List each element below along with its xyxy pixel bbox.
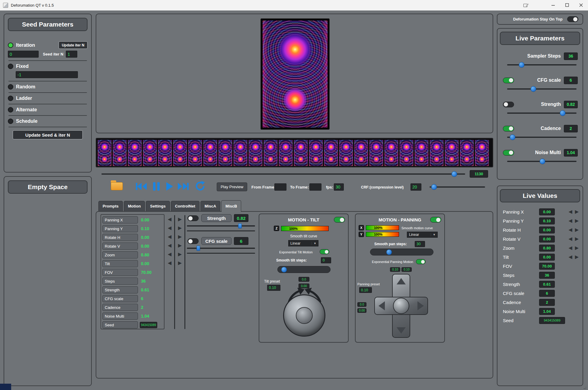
filmstrip-thumbnail[interactable]: [460, 140, 474, 166]
live-param-slider-noise-multi[interactable]: [507, 158, 577, 164]
pause-button[interactable]: [152, 182, 160, 191]
update-seed-and-iter-button[interactable]: Update Seed & iter N: [13, 130, 83, 139]
iteration-value-input[interactable]: [8, 51, 39, 58]
fps-input[interactable]: [334, 183, 344, 191]
timeline-handle[interactable]: [451, 171, 457, 177]
from-frame-input[interactable]: [274, 183, 286, 191]
live-value-decrement-panning-x[interactable]: ◀: [568, 209, 572, 214]
random-radio[interactable]: [8, 84, 13, 90]
motion-panning-toggle[interactable]: [430, 217, 441, 223]
fixed-radio[interactable]: [8, 64, 13, 69]
crf-slider-track[interactable]: [430, 186, 485, 188]
alternate-radio[interactable]: [8, 107, 13, 113]
param-button-tilt[interactable]: Tilt: [102, 260, 138, 267]
param-button-panning-x[interactable]: Panning X: [102, 216, 138, 224]
param-scroll-track-2[interactable]: [184, 215, 185, 329]
tilt-slider-handle[interactable]: [281, 267, 287, 272]
param-increment-rotate-h[interactable]: ▶: [178, 234, 182, 239]
live-value-increment-panning-y[interactable]: ▶: [575, 218, 579, 223]
filmstrip-thumbnail[interactable]: [445, 140, 459, 166]
crf-input[interactable]: [411, 183, 421, 191]
crf-slider-handle[interactable]: [431, 184, 437, 190]
slider-handle[interactable]: [540, 159, 545, 164]
param-button-cfg-scale[interactable]: CFG scale: [102, 295, 138, 302]
live-value-increment-rotate-v[interactable]: ▶: [575, 236, 579, 241]
param-button-noise-multi[interactable]: Noise Multi: [102, 312, 138, 320]
timeline-slider[interactable]: [101, 171, 465, 177]
slider-track[interactable]: [507, 88, 577, 90]
tab-settings[interactable]: Settings: [146, 201, 170, 211]
pan-center-button[interactable]: [393, 298, 409, 314]
param-button-rotate-h[interactable]: Rotate H: [102, 234, 138, 241]
param-increment-panning-y[interactable]: ▶: [178, 226, 182, 230]
live-param-slider-cadence[interactable]: [507, 134, 577, 140]
maximize-button[interactable]: [560, 0, 574, 10]
live-value-decrement-tilt[interactable]: ◀: [568, 255, 572, 259]
smooth-pan-steps-input[interactable]: [415, 241, 425, 247]
param-decrement-panning-y[interactable]: ◀: [168, 226, 171, 230]
crf-slider[interactable]: [430, 184, 485, 190]
filmstrip-thumbnail[interactable]: [384, 140, 398, 166]
skip-to-start-button[interactable]: [136, 182, 147, 191]
open-output-folder-button[interactable]: [111, 180, 123, 190]
strength-sub-track[interactable]: [187, 230, 255, 231]
live-value-increment-rotate-h[interactable]: ▶: [575, 227, 579, 232]
filmstrip-thumbnail[interactable]: [158, 140, 172, 166]
param-button-zoom[interactable]: Zoom: [102, 251, 138, 258]
param-increment-tilt[interactable]: ▶: [178, 261, 182, 265]
param-decrement-tilt[interactable]: ◀: [168, 261, 171, 265]
filmstrip-thumbnail[interactable]: [128, 140, 142, 166]
tilt-slider[interactable]: [277, 266, 331, 273]
close-button[interactable]: [574, 0, 588, 10]
play-button[interactable]: [166, 182, 174, 191]
live-param-toggle-noise-multi[interactable]: [503, 150, 514, 156]
param-scroll-track-1[interactable]: [174, 215, 175, 329]
slider-handle[interactable]: [510, 135, 516, 140]
live-value-decrement-rotate-h[interactable]: ◀: [568, 227, 572, 232]
live-param-slider-cfg-scale[interactable]: [507, 86, 577, 92]
filmstrip-thumbnail[interactable]: [248, 140, 263, 166]
motion-tilt-toggle[interactable]: [334, 217, 345, 223]
live-param-slider-strength[interactable]: [507, 110, 577, 116]
pan-slider[interactable]: [370, 249, 433, 255]
filmstrip-thumbnail[interactable]: [279, 140, 293, 166]
live-value-increment-zoom[interactable]: ▶: [575, 246, 579, 250]
pan-down-arrow[interactable]: [397, 327, 406, 334]
slider-track[interactable]: [507, 113, 577, 114]
ladder-radio[interactable]: [8, 96, 13, 101]
schedule-radio[interactable]: [8, 119, 13, 124]
play-preview-button[interactable]: Play Preview: [217, 182, 247, 191]
param-decrement-rotate-v[interactable]: ◀: [168, 243, 171, 248]
filmstrip-thumbnail[interactable]: [399, 140, 414, 166]
param-button-cadence[interactable]: Cadence: [102, 304, 138, 311]
slider-track[interactable]: [507, 137, 577, 138]
tilt-preset-input[interactable]: [267, 285, 280, 291]
live-value-decrement-panning-y[interactable]: ◀: [568, 218, 572, 223]
seed-iter-n-input[interactable]: [66, 51, 77, 58]
update-iter-n-button[interactable]: Update iter N: [59, 41, 88, 49]
stay-on-top-toggle[interactable]: [567, 16, 578, 22]
param-button-seed[interactable]: Seed: [102, 321, 138, 328]
cfg-slider[interactable]: [187, 246, 255, 251]
filmstrip-thumbnail[interactable]: [143, 140, 157, 166]
live-value-increment-panning-x[interactable]: ▶: [575, 209, 579, 214]
skip-to-end-button[interactable]: [177, 182, 189, 191]
param-increment-panning-x[interactable]: ▶: [178, 217, 182, 222]
param-button-strength[interactable]: Strength: [102, 286, 138, 293]
strength-slider-track[interactable]: [187, 225, 255, 227]
filmstrip-thumbnail[interactable]: [173, 140, 187, 166]
exponential-panning-toggle[interactable]: [416, 259, 426, 264]
live-value-increment-tilt[interactable]: ▶: [575, 255, 579, 259]
filmstrip-thumbnail[interactable]: [203, 140, 217, 166]
tilt-knob[interactable]: [283, 294, 325, 337]
tab-misca[interactable]: MiscA: [200, 201, 220, 211]
tab-controlnet[interactable]: ControlNet: [171, 201, 200, 211]
strength-slider[interactable]: [187, 223, 255, 229]
slider-handle[interactable]: [531, 86, 536, 92]
strength-slider-handle[interactable]: [238, 224, 242, 229]
param-increment-rotate-v[interactable]: ▶: [178, 243, 182, 248]
pan-slider-handle[interactable]: [386, 249, 392, 255]
filmstrip-thumbnail[interactable]: [188, 140, 202, 166]
param-button-rotate-v[interactable]: Rotate V: [102, 243, 138, 250]
to-frame-input[interactable]: [309, 183, 321, 191]
